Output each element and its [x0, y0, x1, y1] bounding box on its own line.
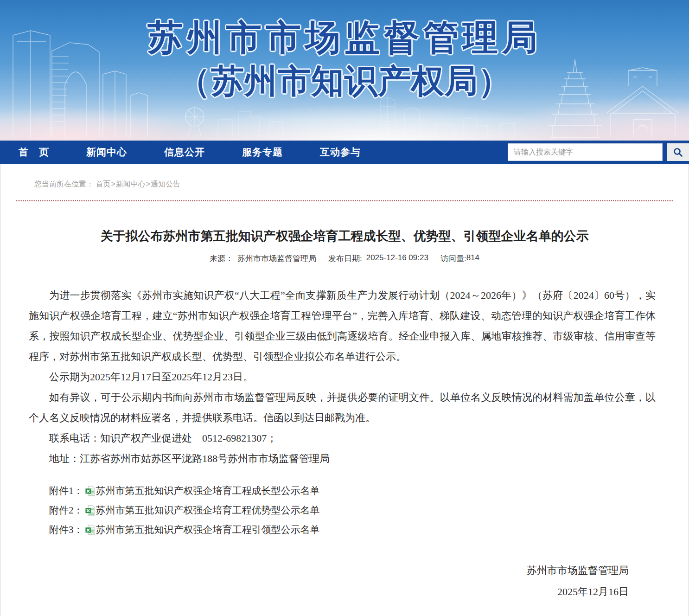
attachment-row: 附件2： 苏州市第五批知识产权强企培育工程优势型公示名单 — [49, 500, 656, 520]
breadcrumb-separator: > — [111, 180, 115, 188]
main-nav: 首 页 新闻中心 信息公开 服务专题 互动参与 — [0, 141, 689, 164]
attachment-label: 附件3： — [49, 520, 83, 539]
excel-file-icon — [85, 505, 95, 516]
meta-date-label: 发布日期: — [328, 253, 362, 264]
excel-file-icon — [85, 525, 95, 535]
article-title: 关于拟公布苏州市第五批知识产权强企培育工程成长型、优势型、引领型企业名单的公示 — [38, 227, 651, 245]
signature-date: 2025年12月16日 — [29, 581, 629, 603]
attachment-link-advantage-list[interactable]: 苏州市第五批知识产权强企培育工程优势型公示名单 — [96, 500, 320, 520]
breadcrumb-link-notices[interactable]: 通知公告 — [151, 180, 180, 188]
search-bar — [508, 141, 689, 164]
nav-item-news-center[interactable]: 新闻中心 — [86, 146, 127, 159]
meta-source-label: 来源： — [210, 253, 233, 264]
breadcrumb: 您当前所在位置： 首页>新闻中心>通知公告 — [1, 164, 688, 200]
meta-date-value: 2025-12-16 09:23 — [366, 253, 428, 264]
search-input[interactable] — [508, 143, 663, 161]
excel-file-icon — [85, 486, 95, 496]
nav-item-service-topics[interactable]: 服务专题 — [242, 146, 283, 159]
paragraph-3: 如有异议，可于公示期内书面向苏州市市场监督管理局反映，并提供必要的证明文件。以单… — [29, 387, 656, 428]
attachment-link-leading-list[interactable]: 苏州市第五批知识产权强企培育工程引领型公示名单 — [96, 520, 320, 539]
meta-source-value: 苏州市市场监督管理局 — [237, 253, 316, 264]
nav-item-home[interactable]: 首 页 — [19, 146, 49, 159]
article-body: 为进一步贯彻落实《苏州市实施知识产权“八大工程”全面支撑新质生产力发展行动计划（… — [29, 285, 656, 603]
article-meta: 来源： 苏州市市场监督管理局 发布日期: 2025-12-16 09:23 访问… — [1, 253, 688, 264]
meta-views-value: 814 — [466, 253, 479, 264]
attachment-link-growth-list[interactable]: 苏州市第五批知识产权强企培育工程成长型公示名单 — [96, 481, 320, 500]
attachment-label: 附件1： — [49, 481, 83, 500]
breadcrumb-separator: > — [146, 180, 150, 188]
content-area: 您当前所在位置： 首页>新闻中心>通知公告 关于拟公布苏州市第五批知识产权强企培… — [0, 164, 689, 616]
paragraph-1: 为进一步贯彻落实《苏州市实施知识产权“八大工程”全面支撑新质生产力发展行动计划（… — [29, 285, 656, 367]
breadcrumb-link-news-center[interactable]: 新闻中心 — [116, 180, 146, 188]
dotted-divider — [16, 200, 673, 201]
paragraph-address: 地址：江苏省苏州市姑苏区平泷路188号苏州市市场监督管理局 — [29, 449, 656, 469]
breadcrumb-link-home[interactable]: 首页 — [96, 180, 110, 188]
breadcrumb-label: 您当前所在位置： — [34, 180, 94, 188]
site-title-line1: 苏州市市场监督管理局 — [0, 16, 689, 59]
attachment-row: 附件3： 苏州市第五批知识产权强企培育工程引领型公示名单 — [49, 520, 656, 539]
attachment-label: 附件2： — [49, 500, 83, 520]
paragraph-contact: 联系电话：知识产权产业促进处 0512-69821307； — [29, 428, 656, 449]
site-banner: 苏州市市场监督管理局 （苏州市知识产权局） — [0, 0, 689, 141]
meta-views-label: 访问量: — [440, 253, 466, 264]
search-icon — [673, 147, 683, 157]
nav-item-info-disclosure[interactable]: 信息公开 — [164, 146, 205, 159]
attachment-row: 附件1： 苏州市第五批知识产权强企培育工程成长型公示名单 — [49, 481, 656, 500]
site-title-line2: （苏州市知识产权局） — [0, 59, 689, 103]
attachments-list: 附件1： 苏州市第五批知识产权强企培育工程成长型公示名单 附件2： — [49, 481, 656, 539]
signature-block: 苏州市市场监督管理局 2025年12月16日 — [29, 560, 629, 603]
nav-item-interaction[interactable]: 互动参与 — [320, 146, 361, 159]
paragraph-2: 公示期为2025年12月17日至2025年12月23日。 — [29, 367, 656, 387]
signature-org: 苏州市市场监督管理局 — [29, 560, 629, 581]
search-button[interactable] — [667, 143, 689, 161]
